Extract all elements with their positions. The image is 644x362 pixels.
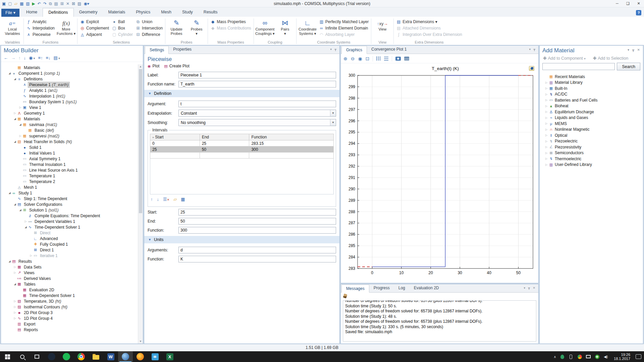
ribbon-button-local-variables[interactable]: a=Local Variables — [3, 17, 22, 36]
tree-item-view-1[interactable]: ▷▣View 1 — [1, 105, 138, 110]
tree-item-line-heat-source-on-axis-1[interactable]: ▭Line Heat Source on Axis 1 — [1, 167, 138, 173]
taskbar-app-chrome[interactable] — [74, 351, 89, 362]
tab-messages[interactable]: Messages — [341, 285, 369, 293]
move-down-icon[interactable]: ↓ — [157, 197, 159, 202]
function-unit-field[interactable]: K — [178, 256, 336, 262]
function-name-field[interactable]: T_earth — [178, 81, 336, 87]
tray-volume-icon[interactable]: ◀) — [603, 354, 608, 359]
collapsed-arrow-icon[interactable]: ▷ — [18, 106, 22, 109]
tab-evaluation-2d[interactable]: Evaluation 2D — [410, 284, 443, 292]
run-icon[interactable]: ▶ — [32, 1, 35, 6]
ribbon-button-complement[interactable]: ◎Complement — [79, 25, 110, 31]
tab-settings[interactable]: Settings — [145, 46, 169, 54]
delete-row-icon[interactable]: ☰✕ — [163, 197, 169, 202]
help-icon[interactable]: ? — [636, 10, 641, 15]
tree-item-tables[interactable]: ◢▦Tables — [1, 281, 138, 287]
tab-convergence-plot-1[interactable]: Convergence Plot 1 — [367, 46, 411, 54]
collapsed-arrow-icon[interactable]: ▷ — [544, 152, 548, 155]
panel-menu-icons[interactable]: ▾ ┳ ✕ — [628, 48, 641, 52]
notification-center-icon[interactable] — [636, 354, 641, 359]
ribbon-button-attached-dimensions[interactable]: ▤Attached Dimensions — [395, 25, 463, 31]
intervals-row-1[interactable]: 2550300 — [150, 146, 334, 153]
expanded-arrow-icon[interactable]: ◢ — [13, 140, 17, 143]
messages-log[interactable]: Number of degrees of freedom solved for:… — [343, 300, 536, 342]
grid-horizontal-icon[interactable] — [384, 56, 388, 61]
smoothing-select[interactable]: No smoothing ▼ — [178, 119, 336, 126]
ribbon-button-ball[interactable]: ●Ball — [111, 18, 134, 25]
clear-selection-icon[interactable]: ▨ — [77, 1, 81, 6]
tray-display-icon[interactable] — [586, 354, 591, 359]
ribbon-button-mass-contributions[interactable]: ◆Mass Contributions — [209, 25, 252, 31]
material-item-user-defined-library[interactable]: ▷▥User-Defined Library — [540, 162, 643, 168]
material-item-ac-dc[interactable]: ▷↯AC/DC — [540, 92, 643, 98]
tab-mesh[interactable]: Mesh — [156, 8, 177, 17]
expand-all-icon[interactable]: ≡↑ — [38, 55, 43, 60]
taskbar-app-word[interactable]: W — [103, 351, 118, 362]
material-item-bioheat[interactable]: ▷▲Bioheat — [540, 103, 643, 109]
intervals-table[interactable]: » StartEndFunction025283.152550300 — [150, 134, 334, 159]
tree-item-solver-configurations[interactable]: ◢▤Solver Configurations — [1, 201, 138, 207]
collapsed-arrow-icon[interactable]: ▷ — [18, 134, 22, 137]
close-button[interactable]: ✕ — [633, 0, 644, 7]
tree-item-fully-coupled-1[interactable]: ✚Fully Coupled 1 — [1, 241, 138, 247]
material-item-semiconductors[interactable]: ▷⊞Semiconductors — [540, 150, 643, 156]
tree-settings-icon[interactable]: ▤ ▾ — [54, 55, 60, 60]
material-search-button[interactable]: Search — [617, 63, 640, 70]
material-item-liquids-and-gases[interactable]: ▷≈Liquids and Gases — [540, 115, 643, 121]
tree-item-reports[interactable]: ▤Reports — [1, 327, 138, 333]
delete-icon[interactable]: ✕ — [66, 1, 69, 6]
tree-item-derived-values[interactable]: 8.85Derived Values — [1, 276, 138, 281]
material-item-piezoresistivity[interactable]: ▷∠Piezoresistivity — [540, 144, 643, 150]
material-item-optical[interactable]: ▷‖Optical — [540, 132, 643, 138]
ribbon-button-integration-over-extra-dimension[interactable]: ∫Integration Over Extra Dimension — [395, 31, 463, 38]
material-item-recent-materials[interactable]: ▦Recent Materials — [540, 74, 643, 80]
tray-update-green-icon[interactable]: ✚ — [594, 354, 600, 359]
material-item-piezoelectric[interactable]: ▷↯Piezoelectric — [540, 138, 643, 144]
tree-item-mesh-1[interactable]: ◬Mesh 1 — [1, 184, 138, 190]
collapsed-arrow-icon[interactable]: ▷ — [544, 122, 548, 125]
tree-item-2d-plot-group-3[interactable]: ▷■2D Plot Group 3 — [1, 310, 138, 315]
tree-item-data-sets[interactable]: ▷▦Data Sets — [1, 264, 138, 270]
tree-item-direct[interactable]: ⊠Direct — [1, 230, 138, 236]
scroll-down-icon[interactable]: ▼ — [138, 340, 143, 343]
tree-item-solid-1[interactable]: ●Solid 1 — [1, 144, 138, 150]
button-create-plot[interactable]: ▤Create Plot — [164, 64, 189, 68]
taskbar-app-spotify[interactable] — [59, 351, 74, 362]
tree-item-1d-plot-group-4[interactable]: ▷∿1D Plot Group 4 — [1, 315, 138, 321]
tree-item-materials[interactable]: ◢▦Materials — [1, 116, 138, 122]
save-file-icon[interactable]: ▦ — [181, 197, 185, 202]
ribbon-button-pairs-[interactable]: ⋈Pairs ▾ — [275, 17, 295, 36]
save-icon[interactable]: ▦ — [20, 1, 23, 6]
ribbon-button-extra-dimensions-[interactable]: ▤Extra Dimensions ▾ — [395, 18, 463, 25]
snapshot-icon[interactable] — [395, 57, 401, 61]
tree-item-heat-transfer-in-solids[interactable]: ◢▧Heat Transfer in Solids(ht) — [1, 139, 138, 144]
definition-section-header[interactable]: ▼ Definition — [144, 90, 339, 97]
ribbon-button-mass-properties[interactable]: ◆Mass Properties — [209, 18, 252, 25]
forward-icon[interactable]: → — [11, 55, 15, 60]
select-box-icon[interactable]: ⊠ — [72, 1, 75, 6]
collapsed-arrow-icon[interactable]: ▷ — [544, 99, 548, 102]
tree-item-component-1[interactable]: ◢●Component 1(comp 1) — [1, 70, 138, 76]
collapsed-arrow-icon[interactable]: ▷ — [544, 116, 548, 119]
collapsed-arrow-icon[interactable]: ▷ — [544, 134, 548, 137]
ribbon-button-coordinate-systems-[interactable]: ∟Coordinate Systems ▾ — [298, 17, 317, 36]
material-search-input[interactable] — [542, 63, 615, 70]
tree-item-boundary-system-1[interactable]: ▭Boundary System 1(sys1) — [1, 99, 138, 105]
ribbon-button-explicit[interactable]: ◉Explicit — [79, 18, 110, 25]
units-section-header[interactable]: ▼ Units — [144, 236, 339, 243]
tray-green-status-icon[interactable] — [559, 354, 565, 359]
tree-item-results[interactable]: ◢▤Results — [1, 258, 138, 264]
tree-item-views[interactable]: ▷↗Views — [1, 270, 138, 276]
tab-home[interactable]: Home — [21, 8, 43, 17]
add-to-selection-button[interactable]: ✚Add to Selection — [593, 56, 629, 61]
tree-item-time-dependent-solver-1[interactable]: ◢∿Time-Dependent Solver 1 — [1, 224, 138, 230]
collapse-all-icon[interactable]: ≡↓ — [46, 55, 50, 60]
tab-study[interactable]: Study — [177, 8, 198, 17]
tab-properties[interactable]: Properties — [169, 46, 196, 54]
tab-results[interactable]: Results — [198, 8, 223, 17]
tray-usb-icon[interactable] — [568, 354, 574, 359]
maximize-button[interactable]: ❑ — [623, 0, 633, 7]
ribbon-button-cylinder[interactable]: ▢Cylinder — [111, 31, 134, 38]
panel-menu-icons[interactable]: ▾ ┳ ✕ — [524, 286, 536, 290]
tree-item-isothermal-contours[interactable]: ▷▨Isothermal Contours(ht) — [1, 304, 138, 310]
